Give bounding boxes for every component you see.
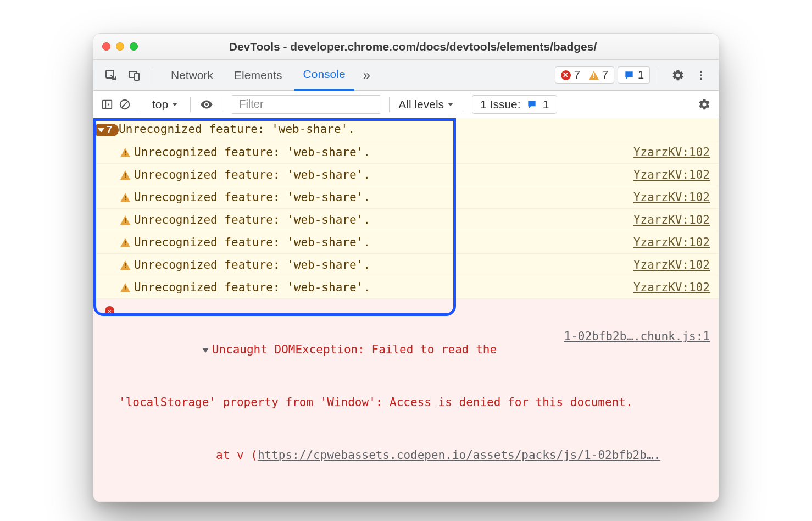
dropdown-icon <box>447 102 454 107</box>
warning-icon <box>120 260 130 270</box>
warning-row: Unrecognized feature: 'web-share'. Yzarz… <box>93 231 719 254</box>
issue-icon <box>526 99 537 110</box>
svg-point-4 <box>700 74 702 76</box>
more-tabs-icon[interactable]: » <box>358 68 376 83</box>
warning-message: Unrecognized feature: 'web-share'. <box>134 146 627 159</box>
devtools-window: DevTools - developer.chrome.com/docs/dev… <box>93 33 719 502</box>
source-link[interactable]: YzarzKV:102 <box>633 146 710 159</box>
divider <box>659 67 659 84</box>
warning-icon <box>120 238 130 247</box>
source-link[interactable]: YzarzKV:102 <box>633 213 710 226</box>
devtools-tabs-bar: Network Elements Console » ✕ 7 7 1 <box>93 60 719 91</box>
error-count: 7 <box>574 69 580 81</box>
source-link[interactable]: YzarzKV:102 <box>633 236 710 249</box>
svg-rect-2 <box>135 73 139 80</box>
issues-label: 1 Issue: <box>480 98 521 111</box>
source-link[interactable]: YzarzKV:102 <box>633 191 710 204</box>
console-toolbar: top All levels 1 Issue: 1 <box>93 91 719 118</box>
device-toolbar-icon[interactable] <box>124 65 144 85</box>
svg-rect-6 <box>103 100 112 108</box>
issues-count: 1 <box>638 69 644 81</box>
warning-row: Unrecognized feature: 'web-share'. Yzarz… <box>93 186 719 209</box>
clear-console-icon[interactable] <box>119 98 131 110</box>
console-output: 7 Unrecognized feature: 'web-share'. Unr… <box>93 118 719 502</box>
source-link[interactable]: 1-02bfb2b….chunk.js:1 <box>564 330 710 369</box>
close-window-button[interactable] <box>102 42 110 51</box>
svg-line-9 <box>122 101 128 107</box>
inspect-element-icon[interactable] <box>101 65 121 85</box>
error-icon: ✕ <box>105 306 114 315</box>
error-icon: ✕ <box>561 70 571 80</box>
maximize-window-button[interactable] <box>130 42 138 51</box>
stack-trace-link[interactable]: https://cpwebassets.codepen.io/assets/pa… <box>258 448 660 462</box>
tab-network[interactable]: Network <box>162 60 222 91</box>
warning-row: Unrecognized feature: 'web-share'. Yzarz… <box>93 254 719 276</box>
source-link[interactable]: YzarzKV:102 <box>633 258 710 271</box>
tab-elements[interactable]: Elements <box>225 60 291 91</box>
kebab-menu-icon[interactable] <box>691 65 711 85</box>
context-label: top <box>152 98 168 111</box>
titlebar: DevTools - developer.chrome.com/docs/dev… <box>93 34 719 60</box>
warning-row: Unrecognized feature: 'web-share'. Yzarz… <box>93 164 719 186</box>
warning-message: Unrecognized feature: 'web-share'. <box>134 281 627 294</box>
warning-row: Unrecognized feature: 'web-share'. Yzarz… <box>93 209 719 231</box>
dropdown-icon <box>171 102 178 107</box>
warning-group-header[interactable]: 7 Unrecognized feature: 'web-share'. <box>93 118 719 141</box>
divider <box>153 67 153 84</box>
issues-pill[interactable]: 1 Issue: 1 <box>472 95 557 114</box>
log-levels-selector[interactable]: All levels <box>398 98 454 111</box>
filter-input[interactable] <box>232 95 380 114</box>
warning-icon <box>589 71 599 80</box>
source-link[interactable]: YzarzKV:102 <box>633 281 710 294</box>
toggle-sidebar-icon[interactable] <box>101 98 113 110</box>
warning-icon <box>120 148 130 157</box>
error-message: Uncaught DOMException: Failed to read th… <box>119 303 710 501</box>
warning-row: Unrecognized feature: 'web-share'. Yzarz… <box>93 141 719 164</box>
chevron-down-icon <box>98 128 104 132</box>
warning-row: Unrecognized feature: 'web-share'. Yzarz… <box>93 276 719 299</box>
chevron-down-icon[interactable] <box>202 348 209 353</box>
console-settings-icon[interactable] <box>698 98 711 111</box>
svg-point-5 <box>700 77 702 80</box>
traffic-lights <box>102 42 138 51</box>
levels-label: All levels <box>398 98 444 111</box>
error-warning-counter[interactable]: ✕ 7 7 <box>555 66 614 84</box>
warning-count: 7 <box>602 69 608 81</box>
tab-console[interactable]: Console <box>294 60 354 91</box>
warning-message: Unrecognized feature: 'web-share'. <box>134 236 627 249</box>
live-expression-icon[interactable] <box>199 97 214 112</box>
window-title: DevTools - developer.chrome.com/docs/dev… <box>149 40 710 53</box>
warning-icon <box>120 170 130 180</box>
svg-point-3 <box>700 70 702 73</box>
warning-message: Unrecognized feature: 'web-share'. <box>134 168 627 181</box>
warning-message: Unrecognized feature: 'web-share'. <box>134 191 627 204</box>
warning-icon <box>120 283 130 292</box>
warning-message: Unrecognized feature: 'web-share'. <box>134 258 627 271</box>
expand-group-toggle[interactable]: 7 <box>93 124 119 136</box>
group-count: 7 <box>107 124 112 136</box>
minimize-window-button[interactable] <box>116 42 124 51</box>
issue-icon <box>624 70 635 81</box>
source-link[interactable]: YzarzKV:102 <box>633 168 710 181</box>
warning-message: Unrecognized feature: 'web-share'. <box>134 213 627 226</box>
context-selector[interactable]: top <box>149 97 181 112</box>
warning-icon <box>120 215 130 225</box>
settings-icon[interactable] <box>668 65 688 85</box>
error-row: ✕ Uncaught DOMException: Failed to read … <box>93 299 719 502</box>
issues-num: 1 <box>543 98 549 111</box>
warning-icon <box>120 193 130 202</box>
warning-message: Unrecognized feature: 'web-share'. <box>119 123 710 136</box>
issues-counter[interactable]: 1 <box>618 66 650 84</box>
